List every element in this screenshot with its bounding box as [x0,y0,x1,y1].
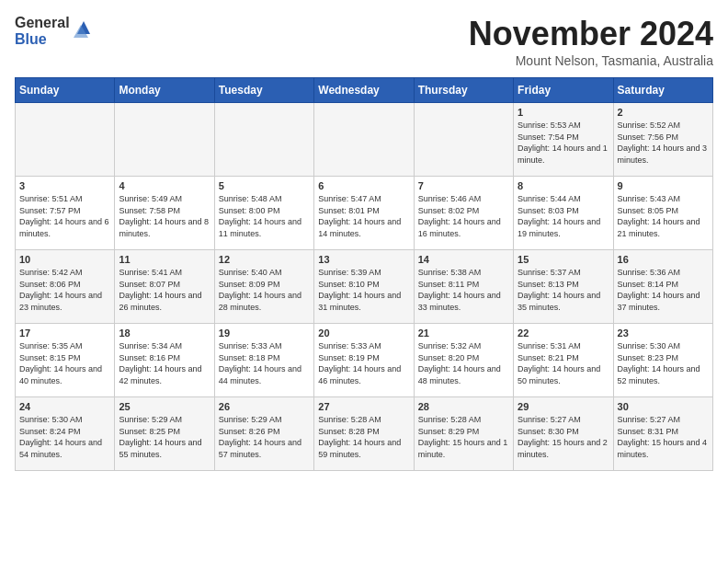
calendar-cell [214,103,313,177]
day-number: 27 [318,401,409,412]
calendar-cell: 24Sunrise: 5:30 AM Sunset: 8:24 PM Dayli… [16,397,115,471]
day-info: Sunrise: 5:40 AM Sunset: 8:09 PM Dayligh… [219,267,310,313]
day-number: 9 [618,180,709,191]
calendar-cell: 10Sunrise: 5:42 AM Sunset: 8:06 PM Dayli… [16,250,115,324]
calendar-cell [16,103,115,177]
day-number: 7 [418,180,509,191]
day-info: Sunrise: 5:38 AM Sunset: 8:11 PM Dayligh… [418,267,509,313]
calendar-cell: 21Sunrise: 5:32 AM Sunset: 8:20 PM Dayli… [414,324,513,397]
day-info: Sunrise: 5:33 AM Sunset: 8:18 PM Dayligh… [219,340,310,386]
day-info: Sunrise: 5:28 AM Sunset: 8:28 PM Dayligh… [318,414,409,460]
calendar-cell: 28Sunrise: 5:28 AM Sunset: 8:29 PM Dayli… [414,397,513,471]
day-number: 15 [518,254,609,265]
weekday-header-monday: Monday [115,78,214,103]
calendar-table: SundayMondayTuesdayWednesdayThursdayFrid… [15,77,713,471]
calendar-cell: 22Sunrise: 5:31 AM Sunset: 8:21 PM Dayli… [514,324,613,397]
day-number: 12 [219,254,310,265]
day-info: Sunrise: 5:47 AM Sunset: 8:01 PM Dayligh… [318,193,409,239]
calendar-cell: 16Sunrise: 5:36 AM Sunset: 8:14 PM Dayli… [613,250,712,324]
calendar-cell: 3Sunrise: 5:51 AM Sunset: 7:57 PM Daylig… [16,177,115,250]
day-info: Sunrise: 5:43 AM Sunset: 8:05 PM Dayligh… [618,193,709,239]
day-info: Sunrise: 5:29 AM Sunset: 8:26 PM Dayligh… [219,414,310,460]
calendar-cell: 17Sunrise: 5:35 AM Sunset: 8:15 PM Dayli… [16,324,115,397]
weekday-header-tuesday: Tuesday [214,78,313,103]
weekday-header-sunday: Sunday [16,78,115,103]
calendar-cell: 15Sunrise: 5:37 AM Sunset: 8:13 PM Dayli… [514,250,613,324]
calendar-cell: 13Sunrise: 5:39 AM Sunset: 8:10 PM Dayli… [314,250,414,324]
day-number: 25 [119,401,210,412]
title-area: November 2024 Mount Nelson, Tasmania, Au… [469,15,713,68]
day-number: 24 [19,401,110,412]
day-info: Sunrise: 5:36 AM Sunset: 8:14 PM Dayligh… [618,267,709,313]
calendar-cell: 1Sunrise: 5:53 AM Sunset: 7:54 PM Daylig… [514,103,613,177]
day-info: Sunrise: 5:30 AM Sunset: 8:24 PM Dayligh… [19,414,110,460]
day-number: 6 [318,180,409,191]
day-info: Sunrise: 5:35 AM Sunset: 8:15 PM Dayligh… [19,340,110,386]
day-info: Sunrise: 5:53 AM Sunset: 7:54 PM Dayligh… [518,120,609,166]
day-info: Sunrise: 5:32 AM Sunset: 8:20 PM Dayligh… [418,340,509,386]
calendar-cell: 14Sunrise: 5:38 AM Sunset: 8:11 PM Dayli… [414,250,513,324]
calendar-cell [314,103,414,177]
day-number: 10 [19,254,110,265]
calendar-cell: 23Sunrise: 5:30 AM Sunset: 8:23 PM Dayli… [613,324,712,397]
logo-icon [74,17,94,41]
day-number: 30 [618,401,709,412]
calendar-cell: 29Sunrise: 5:27 AM Sunset: 8:30 PM Dayli… [514,397,613,471]
day-number: 18 [119,327,210,339]
day-number: 11 [119,254,210,265]
day-number: 19 [219,327,310,339]
calendar-cell: 26Sunrise: 5:29 AM Sunset: 8:26 PM Dayli… [214,397,313,471]
day-info: Sunrise: 5:27 AM Sunset: 8:30 PM Dayligh… [518,414,609,460]
calendar-cell: 30Sunrise: 5:27 AM Sunset: 8:31 PM Dayli… [613,397,712,471]
header: General Blue November 2024 Mount Nelson,… [15,15,713,68]
day-number: 13 [318,254,409,265]
weekday-header-saturday: Saturday [613,78,712,103]
calendar-cell: 18Sunrise: 5:34 AM Sunset: 8:16 PM Dayli… [115,324,214,397]
day-info: Sunrise: 5:31 AM Sunset: 8:21 PM Dayligh… [518,340,609,386]
day-number: 28 [418,401,509,412]
calendar-cell: 6Sunrise: 5:47 AM Sunset: 8:01 PM Daylig… [314,177,414,250]
day-info: Sunrise: 5:42 AM Sunset: 8:06 PM Dayligh… [19,267,110,313]
day-info: Sunrise: 5:28 AM Sunset: 8:29 PM Dayligh… [418,414,509,460]
day-info: Sunrise: 5:48 AM Sunset: 8:00 PM Dayligh… [219,193,310,239]
calendar-cell: 2Sunrise: 5:52 AM Sunset: 7:56 PM Daylig… [613,103,712,177]
day-number: 22 [518,327,609,339]
day-info: Sunrise: 5:27 AM Sunset: 8:31 PM Dayligh… [618,414,709,460]
calendar-cell: 11Sunrise: 5:41 AM Sunset: 8:07 PM Dayli… [115,250,214,324]
day-number: 3 [19,180,110,191]
day-info: Sunrise: 5:29 AM Sunset: 8:25 PM Dayligh… [119,414,210,460]
weekday-header-thursday: Thursday [414,78,513,103]
weekday-header-friday: Friday [514,78,613,103]
location-title: Mount Nelson, Tasmania, Australia [469,53,713,68]
calendar-cell: 4Sunrise: 5:49 AM Sunset: 7:58 PM Daylig… [115,177,214,250]
day-info: Sunrise: 5:34 AM Sunset: 8:16 PM Dayligh… [119,340,210,386]
logo: General Blue [15,15,94,47]
day-number: 23 [618,327,709,339]
calendar-cell: 19Sunrise: 5:33 AM Sunset: 8:18 PM Dayli… [214,324,313,397]
calendar-cell: 9Sunrise: 5:43 AM Sunset: 8:05 PM Daylig… [613,177,712,250]
day-info: Sunrise: 5:46 AM Sunset: 8:02 PM Dayligh… [418,193,509,239]
day-number: 4 [119,180,210,191]
day-number: 8 [518,180,609,191]
calendar-cell: 25Sunrise: 5:29 AM Sunset: 8:25 PM Dayli… [115,397,214,471]
day-number: 26 [219,401,310,412]
calendar-cell: 7Sunrise: 5:46 AM Sunset: 8:02 PM Daylig… [414,177,513,250]
day-info: Sunrise: 5:51 AM Sunset: 7:57 PM Dayligh… [19,193,110,239]
logo-blue: Blue [15,31,70,48]
month-title: November 2024 [469,15,713,53]
day-number: 21 [418,327,509,339]
day-number: 2 [618,107,709,118]
day-number: 14 [418,254,509,265]
calendar-cell [414,103,513,177]
day-info: Sunrise: 5:44 AM Sunset: 8:03 PM Dayligh… [518,193,609,239]
calendar-cell: 12Sunrise: 5:40 AM Sunset: 8:09 PM Dayli… [214,250,313,324]
day-info: Sunrise: 5:37 AM Sunset: 8:13 PM Dayligh… [518,267,609,313]
day-info: Sunrise: 5:30 AM Sunset: 8:23 PM Dayligh… [618,340,709,386]
day-number: 20 [318,327,409,339]
calendar-cell: 27Sunrise: 5:28 AM Sunset: 8:28 PM Dayli… [314,397,414,471]
calendar-cell: 20Sunrise: 5:33 AM Sunset: 8:19 PM Dayli… [314,324,414,397]
calendar-cell: 5Sunrise: 5:48 AM Sunset: 8:00 PM Daylig… [214,177,313,250]
day-number: 1 [518,107,609,118]
calendar-cell [115,103,214,177]
logo-general: General [15,15,70,31]
